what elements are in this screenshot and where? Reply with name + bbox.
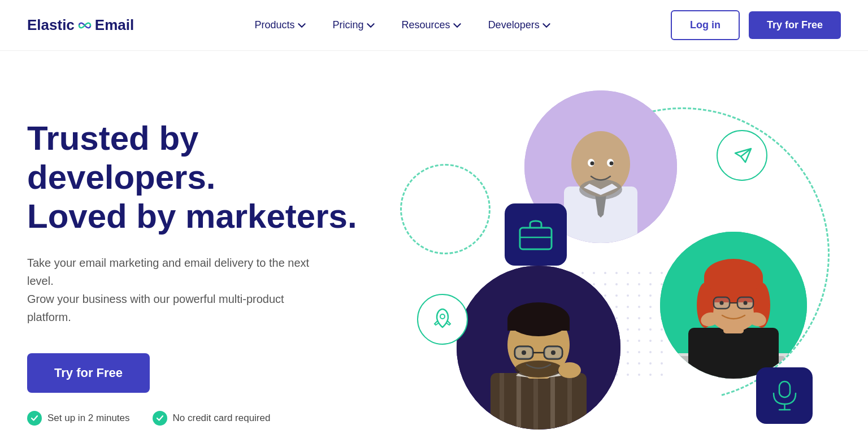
nav-pricing[interactable]: Pricing xyxy=(322,15,386,36)
logo-text-elastic: Elastic xyxy=(27,16,75,34)
chevron-down-icon xyxy=(542,21,550,29)
briefcase-icon-bubble xyxy=(505,203,567,266)
svg-rect-14 xyxy=(491,373,587,430)
nav-developers[interactable]: Developers xyxy=(477,15,562,36)
hero-section: Trusted by developers. Loved by marketer… xyxy=(0,51,868,438)
nav-try-button[interactable]: Try for Free xyxy=(749,11,841,39)
badge-no-cc-text: No credit card required xyxy=(173,413,271,424)
chevron-down-icon xyxy=(367,21,375,29)
svg-point-49 xyxy=(744,301,748,305)
rocket-icon xyxy=(430,307,455,332)
mic-icon-bubble xyxy=(756,367,813,424)
svg-point-48 xyxy=(720,301,724,305)
briefcase-icon xyxy=(519,219,553,250)
svg-point-10 xyxy=(591,162,594,166)
svg-point-11 xyxy=(610,162,614,166)
svg-point-32 xyxy=(558,362,581,378)
svg-rect-52 xyxy=(520,228,552,249)
hero-subtext-line2: Grow your business with our powerful mul… xyxy=(27,293,284,323)
person-2-circle xyxy=(457,266,620,430)
svg-point-24 xyxy=(515,361,562,378)
headline-line1: Trusted by developers. xyxy=(27,119,216,196)
hero-left: Trusted by developers. Loved by marketer… xyxy=(27,85,366,426)
svg-point-30 xyxy=(522,350,526,355)
badge-setup: Set up in 2 minutes xyxy=(27,411,130,426)
nav-links: Products Pricing Resources Developers xyxy=(244,15,562,36)
logo[interactable]: Elastic Email xyxy=(27,16,134,34)
person-3-circle xyxy=(660,232,807,379)
chevron-down-icon xyxy=(298,21,306,29)
dashed-arc-small xyxy=(400,164,491,254)
nav-resources-label: Resources xyxy=(402,19,450,31)
send-icon-bubble xyxy=(717,130,767,181)
headline-line2: Loved by marketers. xyxy=(27,197,357,235)
hero-subtext: Take your email marketing and email deli… xyxy=(27,254,321,326)
nav-products-label: Products xyxy=(255,19,295,31)
mic-icon xyxy=(769,379,800,412)
check-icon-setup xyxy=(27,411,42,426)
logo-text-email: Email xyxy=(95,16,134,34)
badge-setup-text: Set up in 2 minutes xyxy=(47,413,130,424)
check-icon-no-cc xyxy=(153,411,167,426)
navbar: Elastic Email Products Pricing Resources… xyxy=(0,0,868,51)
svg-point-31 xyxy=(551,350,555,355)
rocket-icon-bubble xyxy=(417,294,468,345)
send-icon xyxy=(730,143,754,168)
svg-rect-56 xyxy=(779,381,790,397)
svg-rect-23 xyxy=(507,319,570,331)
nav-resources[interactable]: Resources xyxy=(390,15,472,36)
chevron-down-icon xyxy=(453,21,461,29)
nav-products[interactable]: Products xyxy=(244,15,317,36)
logo-icon xyxy=(77,20,93,31)
hero-illustration xyxy=(400,73,841,438)
hero-try-button[interactable]: Try for Free xyxy=(27,353,150,393)
hero-badges: Set up in 2 minutes No credit card requi… xyxy=(27,411,366,426)
nav-buttons: Log in Try for Free xyxy=(671,10,841,40)
nav-developers-label: Developers xyxy=(488,19,540,31)
svg-point-54 xyxy=(440,314,445,319)
nav-pricing-label: Pricing xyxy=(333,19,364,31)
hero-subtext-line1: Take your email marketing and email deli… xyxy=(27,257,309,287)
login-button[interactable]: Log in xyxy=(671,10,740,40)
badge-no-cc: No credit card required xyxy=(153,411,271,426)
hero-headline: Trusted by developers. Loved by marketer… xyxy=(27,119,366,236)
